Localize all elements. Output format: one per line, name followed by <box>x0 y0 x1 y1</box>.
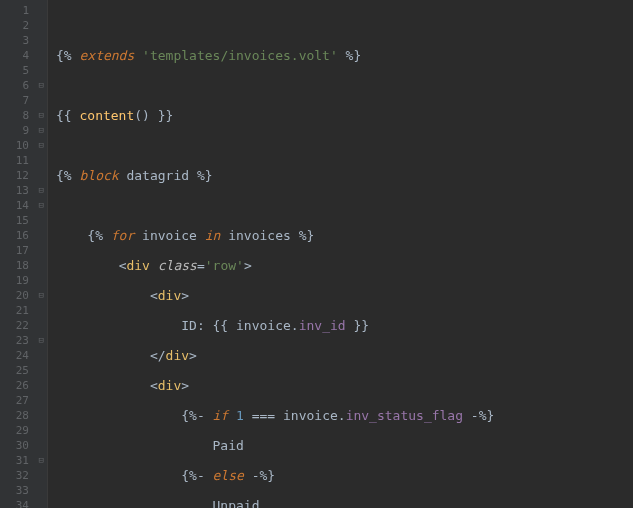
line-number: 18 <box>0 258 47 273</box>
line-number: 32 <box>0 468 47 483</box>
code-line <box>56 78 633 93</box>
line-number: 4 <box>0 48 47 63</box>
code-line <box>56 18 633 33</box>
code-line: {% for invoice in invoices %} <box>56 228 633 243</box>
line-number: 10⊟ <box>0 138 47 153</box>
code-line: <div> <box>56 378 633 393</box>
code-line: {%- else -%} <box>56 468 633 483</box>
line-number: 1 <box>0 3 47 18</box>
line-number: 15 <box>0 213 47 228</box>
line-number: 33 <box>0 483 47 498</box>
line-number: 17 <box>0 243 47 258</box>
line-number: 19 <box>0 273 47 288</box>
line-number: 34 <box>0 498 47 508</box>
line-number: 14⊟ <box>0 198 47 213</box>
line-number: 29 <box>0 423 47 438</box>
line-number: 23⊟ <box>0 333 47 348</box>
line-number: 21 <box>0 303 47 318</box>
fold-icon[interactable]: ⊟ <box>35 141 44 150</box>
line-number: 27 <box>0 393 47 408</box>
line-number: 24 <box>0 348 47 363</box>
line-number: 12 <box>0 168 47 183</box>
code-line: <div class='row'> <box>56 258 633 273</box>
line-number: 7 <box>0 93 47 108</box>
fold-icon[interactable]: ⊟ <box>35 456 44 465</box>
line-number: 16 <box>0 228 47 243</box>
line-number: 3 <box>0 33 47 48</box>
line-number: 20⊟ <box>0 288 47 303</box>
line-number: 26 <box>0 378 47 393</box>
line-number: 6⊟ <box>0 78 47 93</box>
fold-icon[interactable]: ⊟ <box>35 111 44 120</box>
code-editor[interactable]: {% extends 'templates/invoices.volt' %} … <box>48 0 633 508</box>
code-line: <div> <box>56 288 633 303</box>
line-number: 9⊟ <box>0 123 47 138</box>
fold-icon[interactable]: ⊟ <box>35 201 44 210</box>
code-line: {{ content() }} <box>56 108 633 123</box>
code-line: {%- if 1 === invoice.inv_status_flag -%} <box>56 408 633 423</box>
code-line: </div> <box>56 348 633 363</box>
line-number: 31⊟ <box>0 453 47 468</box>
fold-icon[interactable]: ⊟ <box>35 81 44 90</box>
code-line: Paid <box>56 438 633 453</box>
line-number: 11 <box>0 153 47 168</box>
code-line: Unpaid <box>56 498 633 508</box>
code-line <box>56 198 633 213</box>
code-line: {% block datagrid %} <box>56 168 633 183</box>
line-number: 22 <box>0 318 47 333</box>
line-number: 28 <box>0 408 47 423</box>
code-line <box>56 138 633 153</box>
fold-icon[interactable]: ⊟ <box>35 186 44 195</box>
line-number: 5 <box>0 63 47 78</box>
code-line: {% extends 'templates/invoices.volt' %} <box>56 48 633 63</box>
line-number: 30 <box>0 438 47 453</box>
code-line: ID: {{ invoice.inv_id }} <box>56 318 633 333</box>
fold-icon[interactable]: ⊟ <box>35 336 44 345</box>
line-number: 13⊟ <box>0 183 47 198</box>
line-gutter: 1 2 3 4 5 6⊟ 7 8⊟ 9⊟ 10⊟ 11 12 13⊟ 14⊟ 1… <box>0 0 48 508</box>
line-number: 2 <box>0 18 47 33</box>
line-number: 8⊟ <box>0 108 47 123</box>
fold-icon[interactable]: ⊟ <box>35 126 44 135</box>
line-number: 25 <box>0 363 47 378</box>
fold-icon[interactable]: ⊟ <box>35 291 44 300</box>
